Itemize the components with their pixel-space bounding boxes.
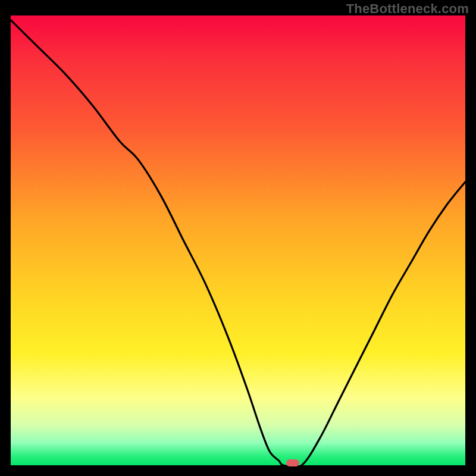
watermark-text: TheBottleneck.com [346, 1, 469, 17]
bottleneck-curve [11, 15, 465, 465]
plot-container [11, 15, 465, 465]
chart-frame: TheBottleneck.com [0, 0, 476, 476]
curve-path [11, 20, 465, 465]
minimum-marker [286, 459, 299, 466]
